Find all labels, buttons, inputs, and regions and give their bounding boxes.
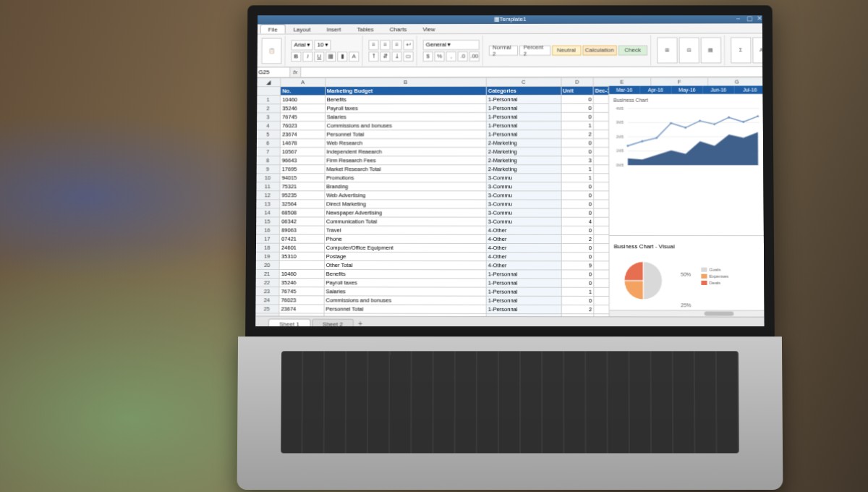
cell[interactable]: Commissions and bonuses [324,296,486,305]
row-header[interactable]: 1 [255,96,280,104]
cell[interactable]: 0 [561,244,594,253]
cell[interactable]: 0 [561,270,594,279]
row-header[interactable]: 6 [255,139,280,148]
cell[interactable]: Payroll taxes [325,103,486,112]
row-header[interactable]: 4 [255,122,280,130]
cell[interactable]: 3-Commu [486,182,561,191]
tab-tables[interactable]: Tables [349,24,381,33]
cell[interactable]: 95235 [280,191,325,200]
style-check[interactable]: Check [618,45,647,55]
close-icon[interactable]: ✕ [757,15,762,21]
align-right-button[interactable]: ≡ [391,40,401,50]
cell[interactable]: Independent Reaearch [325,148,486,156]
horizontal-scrollbar[interactable] [610,310,767,317]
cell[interactable]: 75321 [280,182,325,191]
cell[interactable]: 0 [561,148,594,156]
month-header[interactable]: Mar-16 [609,86,640,94]
align-center-button[interactable]: ≡ [380,40,390,50]
cell[interactable]: Branding [325,182,487,191]
cell[interactable]: 68508 [280,208,325,217]
cell[interactable]: 3 [561,156,594,165]
row-header[interactable]: 17 [255,234,279,243]
cell[interactable]: 4-Other [486,261,561,270]
cell[interactable]: 0 [561,139,594,148]
align-bot-button[interactable]: ⤓ [391,51,401,62]
row-header[interactable]: 16 [255,226,279,234]
cell[interactable]: 23674 [280,130,325,139]
dec-dec-button[interactable]: .00 [469,51,480,61]
border-button[interactable]: ▦ [326,51,336,62]
align-top-button[interactable]: ⤒ [368,51,378,62]
cell[interactable]: 1-Personnal [486,95,561,103]
row-header[interactable]: 11 [255,182,280,191]
cell[interactable]: 14678 [280,139,325,148]
row-header[interactable]: 7 [255,148,280,156]
row-header[interactable]: 14 [255,208,279,217]
header-cell-C[interactable]: Categories [486,86,561,95]
format-button[interactable]: ▤ [700,37,720,63]
cell[interactable]: 1-Personnal [486,112,561,121]
cell[interactable]: Promotions [325,174,487,182]
cell[interactable]: 0 [561,103,594,112]
delete-button[interactable]: ⊟ [678,37,699,63]
cell[interactable]: 4-Other [486,234,561,243]
cell[interactable]: 4-Other [486,253,561,261]
col-header-D[interactable]: D [561,77,593,86]
cell[interactable]: 0 [561,208,594,217]
cell[interactable]: 1-Personnal [486,296,561,305]
cell[interactable]: Benefits [325,95,486,103]
cell[interactable]: 2-Marketing [486,139,561,148]
cell[interactable]: 0 [561,200,594,208]
header-cell-D[interactable]: Unit [561,86,594,95]
merge-button[interactable]: ▭ [403,51,413,62]
cell[interactable]: 1 [561,165,594,174]
cell[interactable]: 0 [561,314,594,317]
cell[interactable]: 0 [561,253,594,261]
cell[interactable]: 1-Personnal [486,103,561,112]
cell[interactable]: 1 [561,121,594,130]
fx-icon[interactable]: fx [290,69,300,75]
paste-button[interactable]: 📋 [261,38,281,64]
cell[interactable]: 1-Personnal [486,287,561,296]
italic-button[interactable]: I [302,51,312,62]
number-format-select[interactable]: General ▾ [423,40,480,50]
cell[interactable]: 0 [561,182,594,191]
col-header-E[interactable]: E [593,77,650,86]
align-left-button[interactable]: ≡ [368,40,378,50]
tab-view[interactable]: View [414,24,443,33]
cell[interactable]: Communication Total [324,217,486,226]
cell[interactable]: 3-Commu [486,191,561,200]
cell[interactable]: 1-Personnal [486,121,561,130]
month-header[interactable]: Jul-16 [735,86,767,94]
fill-color-button[interactable]: ▮ [337,51,347,62]
font-size-select[interactable]: 10 ▾ [314,40,331,50]
header-cell-B[interactable]: Marketing Budget [325,86,486,95]
cell[interactable]: 24601 [279,243,324,252]
cell[interactable]: 10460 [281,96,326,104]
cell[interactable]: 10567 [280,148,325,156]
row-header[interactable]: 18 [255,243,279,252]
cell[interactable]: 32564 [280,200,325,208]
cell[interactable]: 76023 [279,296,324,305]
col-header-B[interactable]: B [325,77,486,86]
cell[interactable]: 0 [561,226,594,234]
cell[interactable]: 1 [561,287,594,296]
cell[interactable]: Market Research Total [325,165,486,174]
style-normal2[interactable]: Normal 2 [489,45,519,55]
cell[interactable]: 1 [561,174,594,182]
month-header[interactable]: Jun-16 [703,86,735,94]
cell[interactable]: Benefits [324,270,486,279]
cell[interactable]: 1-Personnal [486,279,561,287]
cell[interactable]: 23674 [279,305,324,313]
tab-file[interactable]: File [260,25,286,34]
row-header[interactable]: 25 [255,305,279,313]
row-header[interactable]: 20 [255,260,279,269]
cell[interactable]: 2-Marketing [486,156,561,165]
cell[interactable]: 89063 [280,226,325,234]
name-box[interactable]: G25 [255,67,290,77]
cell[interactable]: 35310 [279,252,324,260]
row-header[interactable]: 9 [255,165,280,174]
month-header[interactable]: May-16 [672,86,703,94]
percent-button[interactable]: % [435,51,445,62]
row-header[interactable]: 24 [255,296,279,305]
